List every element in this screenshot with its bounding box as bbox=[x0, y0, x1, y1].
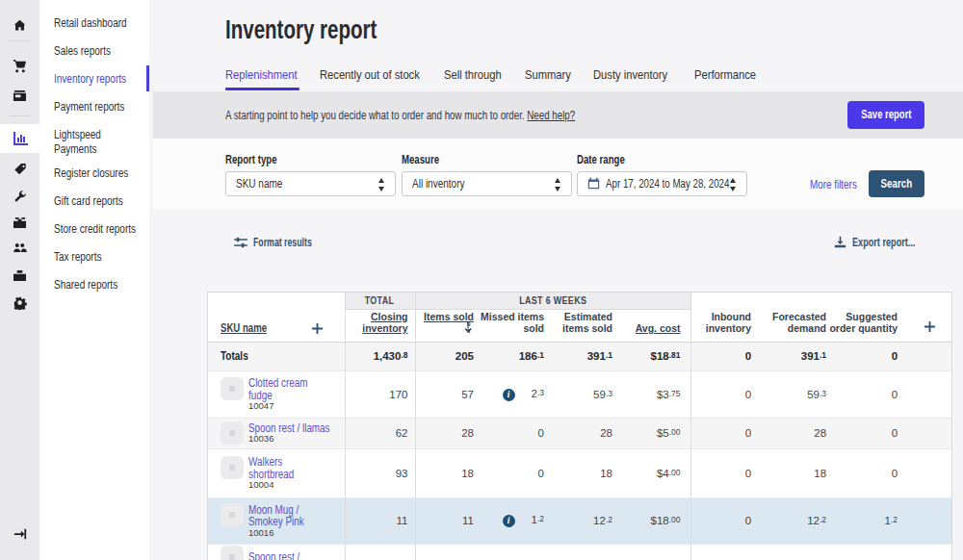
svg-text:1: 1 bbox=[468, 328, 471, 333]
svg-text:9: 9 bbox=[468, 322, 471, 327]
